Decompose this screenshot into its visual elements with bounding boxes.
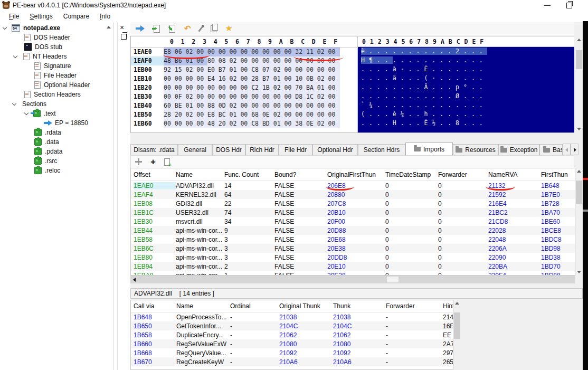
menu-settings[interactable]: Settings — [25, 12, 57, 21]
add-icon[interactable]: + — [150, 158, 156, 165]
hex-row[interactable]: 1EB50 28 20 02 00 E8 BC 01 00 68 0E 02 0… — [131, 110, 357, 119]
restore-button[interactable] — [566, 3, 572, 8]
chevron-down-icon[interactable] — [24, 111, 29, 116]
chevron-down-icon[interactable] — [12, 102, 17, 107]
tab-section-hdrs[interactable]: Section Hdrs — [358, 144, 405, 155]
tab-base-reloc[interactable]: Bas — [539, 144, 563, 155]
tab-dos-hdr[interactable]: DOS Hdr — [212, 144, 245, 155]
tree-item-data-section[interactable]: .data — [0, 137, 113, 147]
tree-item-dos-stub[interactable]: DOS stub — [0, 42, 113, 52]
tree-item-text-section[interactable]: .text — [0, 109, 113, 118]
table-row[interactable]: 1EB94api-ms-win-cor...2FALSE20E1000220BA… — [131, 262, 575, 271]
tree-item-signature[interactable]: Signature — [0, 61, 113, 71]
table-row[interactable]: 1EB6Capi-ms-win-cor...3FALSE20E38002206A… — [131, 244, 575, 253]
copy-icon[interactable] — [211, 25, 216, 32]
save-file-icon[interactable] — [169, 25, 175, 33]
table-row[interactable]: 1EB30msvcrt.dll34FALSE20F000021CD81BE60 — [131, 217, 575, 226]
tree-item-notepad-exe[interactable]: 64 notepad.exe — [0, 23, 113, 33]
hex-row[interactable]: 1EB60 00 00 00 00 48 20 02 00 C8 BD 01 0… — [131, 119, 357, 128]
table-row[interactable]: 1B648OpenProcessTo...-2103821038-214 — [131, 312, 453, 321]
table-row[interactable]: 1EAF4KERNEL32.dll64FALSE2088000215921B7E… — [131, 190, 575, 199]
tab-disasm-rdata[interactable]: Disasm: .rdata — [130, 144, 178, 155]
hex-bytes[interactable]: 28 20 02 00 E8 BC 01 00 68 0E 02 00 00 0… — [164, 110, 340, 119]
table-row[interactable]: 1B650GetTokenInfor...-2104C2104C-16F — [131, 321, 453, 330]
table-row[interactable]: 1EBA8api-ms-win-cor...1FALSE20E2800220F4… — [131, 271, 575, 276]
hex-bytes[interactable]: 00 00 00 00 48 20 02 00 C8 BD 01 00 38 0… — [164, 119, 340, 128]
table-row[interactable]: 1B658DuplicateEncry...-2106221062-EE — [131, 330, 453, 339]
table-row[interactable]: 1EB58api-ms-win-cor...3FALSE20E680022048… — [131, 235, 575, 244]
tree-item-file-header[interactable]: File Header — [0, 71, 113, 80]
tab-imports[interactable]: Imports — [405, 143, 453, 155]
follow-arrow-icon[interactable] — [136, 25, 145, 32]
ascii-row[interactable]: H¶.............. — [361, 56, 574, 65]
tree-item-reloc-section[interactable]: .reloc — [0, 166, 113, 175]
tab-scroll-right[interactable] — [571, 144, 578, 155]
ascii-row[interactable]: ....ä...(·...... — [361, 74, 574, 83]
undock-icon[interactable] — [121, 34, 127, 40]
ascii-row[interactable]: ....H...È½..8... — [361, 119, 574, 128]
favorite-star-icon[interactable]: ★ — [225, 25, 233, 32]
hex-bytes[interactable]: 00 00 00 00 E4 16 02 00 28 B7 01 00 10 0… — [164, 74, 340, 83]
table-row[interactable]: 1EB80api-ms-win-cor...3FALSE20DD80022090… — [131, 253, 575, 262]
ascii-row[interactable]: è...........2... — [361, 47, 574, 56]
undo-icon[interactable]: ↶ — [184, 25, 191, 32]
tab-rich-hdr[interactable]: Rich Hdr — [245, 144, 279, 155]
tab-resources[interactable]: Resources — [453, 144, 498, 155]
tree-scroll-up[interactable] — [106, 23, 112, 31]
tab-exception[interactable]: Exception — [498, 144, 539, 155]
table-row[interactable]: 1EB44api-ms-win-cor...9FALSE20D880022028… — [131, 226, 575, 235]
tree-item-rsrc-section[interactable]: .rsrc — [0, 156, 113, 166]
menu-info[interactable]: Info — [95, 12, 115, 21]
chevron-down-icon[interactable] — [13, 54, 18, 59]
move-icon[interactable] — [135, 158, 142, 165]
tree-item-entry-point[interactable]: EP = 18850 — [0, 118, 113, 128]
tab-scroll-left[interactable] — [563, 144, 571, 155]
minimize-button[interactable] — [544, 5, 551, 6]
pin-icon[interactable] — [198, 25, 203, 32]
ascii-row[interactable]: ....à·..È....... — [361, 65, 574, 74]
ascii-row[interactable]: ........Â...p°.. — [361, 83, 574, 92]
imports-vertical-scrollbar[interactable] — [575, 168, 583, 276]
hex-bytes[interactable]: 00 00 00 00 00 00 00 00 C2 1B 02 00 70 B… — [164, 83, 340, 92]
imports-horizontal-scrollbar[interactable] — [130, 276, 575, 283]
table-row[interactable]: 1B670RegCreateKeyW-210A6210A6-265 — [131, 357, 453, 366]
hex-bytes[interactable]: 00 0F 02 00 00 00 00 00 00 00 00 00 D8 1… — [164, 92, 340, 101]
functions-vertical-scrollbar[interactable] — [453, 300, 461, 370]
table-row[interactable]: 1B660RegSetValueExW-2108021080-2A7 — [131, 339, 453, 348]
hex-row[interactable]: 1EB40 60 BE 01 00 88 0D 02 00 00 00 00 0… — [131, 101, 357, 110]
tree-item-optional-header[interactable]: Optional Header — [0, 80, 113, 90]
tab-general[interactable]: General — [178, 144, 212, 155]
hex-offset: 1EB60 — [131, 119, 164, 128]
menu-file[interactable]: File — [4, 12, 24, 21]
hex-row[interactable]: 1EB20 00 00 00 00 00 00 00 00 C2 1B 02 0… — [131, 83, 357, 92]
tree-item-section-headers[interactable]: Section Headers — [0, 90, 113, 99]
close-icon[interactable]: × — [120, 23, 124, 32]
tab-optional-hdr[interactable]: Optional Hdr — [312, 144, 358, 155]
imports-header-row: OffsetNameFunc. CountBound?OriginalFirst… — [131, 168, 575, 181]
hex-row[interactable]: 1EB00 92 15 02 00 E0 B7 01 00 C8 07 02 0… — [131, 65, 357, 74]
tree-item-rdata-section[interactable]: .rdata — [0, 128, 113, 137]
hex-offset: 1EB10 — [131, 74, 164, 83]
hex-bytes[interactable]: 92 15 02 00 E0 B7 01 00 C8 07 02 00 00 0… — [164, 65, 340, 74]
hex-offset: 1EAF0 — [131, 56, 164, 65]
tab-file-hdr[interactable]: File Hdr — [279, 144, 312, 155]
hex-row[interactable]: 1EB30 00 0F 02 00 00 00 00 00 00 00 00 0… — [131, 92, 357, 101]
tree-item-sections[interactable]: Sections — [0, 99, 113, 109]
tree-item-pdata-section[interactable]: .pdata — [0, 147, 113, 156]
tree-item-dos-header[interactable]: DOS Header — [0, 33, 113, 42]
hex-vertical-scrollbar[interactable] — [575, 36, 583, 132]
tree-item-nt-headers[interactable]: NT Headers — [0, 52, 113, 61]
ascii-row[interactable]: ............Ø... — [361, 92, 574, 101]
ascii-row[interactable]: `¾.............. — [361, 101, 574, 110]
menu-compare[interactable]: Compare — [59, 12, 94, 21]
hex-grid[interactable]: 0123456789ABCDEF 1EAE0 E8 06 02 00 00 00… — [131, 36, 357, 132]
chevron-down-icon[interactable] — [3, 26, 7, 31]
table-row[interactable]: 1EB1CUSER32.dll74FALSE20B100021BC21BA70 — [131, 208, 575, 217]
add-page-icon[interactable] — [164, 158, 170, 166]
table-row[interactable]: 1B668RegQueryValue...-2109221092-297 — [131, 348, 453, 357]
table-row[interactable]: 1EB08GDI32.dll22FALSE207C800216E41B728 — [131, 199, 575, 208]
load-file-icon[interactable] — [154, 25, 160, 33]
hex-bytes[interactable]: 60 BE 01 00 88 0D 02 00 00 00 00 00 00 0… — [164, 101, 340, 110]
hex-row[interactable]: 1EB10 00 00 00 00 E4 16 02 00 28 B7 01 0… — [131, 74, 357, 83]
ascii-row[interactable]: (...è¼..h....... — [361, 110, 574, 119]
